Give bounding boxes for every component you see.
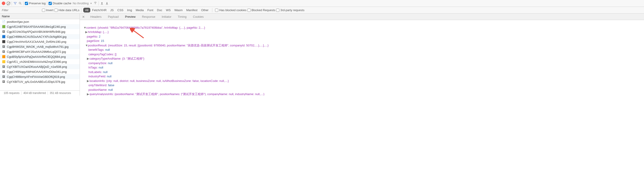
divider xyxy=(23,1,24,5)
filter-type-css[interactable]: CSS xyxy=(116,8,126,12)
request-name: CgpVE2ABT9SAXFl3AAAW18te1gE240.png xyxy=(7,25,66,28)
divider xyxy=(47,1,47,5)
filter-type-doc[interactable]: Doc xyxy=(155,8,164,12)
request-list: 📄positionAjax.json🟩CgpVE2ABT9SAXFl3AAAW1… xyxy=(0,19,80,90)
file-icon: 🟩 xyxy=(2,25,6,28)
file-icon: 🖼 xyxy=(2,75,6,79)
main-area: Name 📄positionAjax.json🟩CgpVE2ABT9SAXFl3… xyxy=(0,14,644,95)
record-button[interactable] xyxy=(2,1,5,5)
filter-type-img[interactable]: Img xyxy=(125,8,134,12)
has-blocked-cookies-checkbox[interactable]: Has blocked cookies xyxy=(215,8,246,12)
filter-type-wasm[interactable]: Wasm xyxy=(172,8,184,12)
filter-type-media[interactable]: Media xyxy=(134,8,146,12)
filter-input[interactable] xyxy=(0,8,41,12)
divider xyxy=(212,8,212,12)
clear-button[interactable] xyxy=(6,1,10,5)
request-name: CgqCHmAHvISAX1CkAAA6_Dvf0Hc190.png xyxy=(7,40,66,43)
disable-cache-input[interactable] xyxy=(48,2,52,5)
file-icon: 🖼 xyxy=(2,30,6,33)
disable-cache-label: Disable cache xyxy=(53,1,72,5)
status-bar: 105 requests 404 kB transferred 351 kB r… xyxy=(0,90,80,95)
request-row[interactable]: ⬛CgqCHmAHvISAX1CkAAA6_Dvf0Hc190.png xyxy=(0,39,80,44)
filter-type-fetch-xhr[interactable]: Fetch/XHR xyxy=(90,8,108,12)
filter-type-other[interactable]: Other xyxy=(199,8,210,12)
network-conditions-icon[interactable] xyxy=(94,1,97,5)
request-name: positionAjax.json xyxy=(7,20,29,23)
tab-payload[interactable]: Payload xyxy=(105,14,122,19)
preserve-log-input[interactable] xyxy=(25,2,28,5)
filter-type-all[interactable]: All xyxy=(83,8,90,12)
tab-headers[interactable]: Headers xyxy=(87,14,105,19)
third-party-checkbox[interactable]: 3rd-party requests xyxy=(276,8,304,12)
svg-point-0 xyxy=(19,2,21,4)
request-row[interactable]: 🖼CgqCHl9NqqyAWHdOAAAVKhvD0iw341.png xyxy=(0,69,80,74)
filter-type-manifest[interactable]: Manifest xyxy=(184,8,199,12)
request-row[interactable]: 🟨CgpVE1_ch26AEM8AAAAxNiZmyCE990.png xyxy=(0,59,80,64)
requests-column-header[interactable]: Name xyxy=(0,14,80,19)
status-requests: 105 requests xyxy=(2,91,22,95)
request-row[interactable]: 🖼Cgp9HWCBFsiAYJSoAAA29M6vLqQ072.jpg xyxy=(0,49,80,54)
preserve-log-checkbox[interactable]: Preserve log xyxy=(25,1,46,5)
file-icon: ⬛ xyxy=(2,40,6,43)
request-row[interactable]: 🖼CgqCHl86bmyAFmFtAAAeG60OflQ919.png xyxy=(0,74,80,79)
tab-preview[interactable]: Preview xyxy=(122,14,139,19)
disable-cache-checkbox[interactable]: Disable cache xyxy=(48,1,72,5)
resource-type-filters: AllFetch/XHRJSCSSImgMediaFontDocWSWasmMa… xyxy=(83,8,210,12)
status-resources: 351 kB resources xyxy=(48,91,73,95)
request-row[interactable]: 🖼Cgp9HWG54_WAOK_rAAB_mq5oMnA791.jpg xyxy=(0,44,80,49)
svg-rect-2 xyxy=(101,4,103,4)
filter-type-ws[interactable]: WS xyxy=(164,8,172,12)
request-row[interactable]: 🟧CgoB5ly5pVuAPqQwAAArReClEQQ684.png xyxy=(0,54,80,59)
filter-type-js[interactable]: JS xyxy=(108,8,116,12)
file-icon: 🖼 xyxy=(2,80,6,84)
invert-checkbox[interactable]: Invert xyxy=(42,8,54,12)
download-icon[interactable] xyxy=(105,1,109,5)
request-name: Cgp9HWG54_WAOK_rAAB_mq5oMnA791.jpg xyxy=(7,45,68,48)
file-icon: 🖼 xyxy=(2,50,6,53)
request-name: CgYXBlTUV_qALGv0AABEuOJDipU378.jpg xyxy=(7,80,65,84)
close-icon[interactable]: ✕ xyxy=(80,15,87,19)
request-name: CgYXBlTUXOaADKooAABjQoD_n1w508.png xyxy=(7,65,67,69)
tab-timing[interactable]: Timing xyxy=(175,14,190,19)
tab-response[interactable]: Response xyxy=(139,14,158,19)
requests-pane: Name 📄positionAjax.json🟩CgpVE2ABT9SAXFl3… xyxy=(0,14,80,95)
request-name: CgqCHl9NqqyAWHdOAAAVKhvD0iw341.png xyxy=(7,70,66,74)
search-icon[interactable] xyxy=(18,1,22,5)
request-row[interactable]: 🖼CgYXBlTUXOaADKooAABjQoD_n1w508.png xyxy=(0,64,80,69)
detail-pane: ✕ HeadersPayloadPreviewResponseInitiator… xyxy=(80,14,644,95)
svg-point-1 xyxy=(95,4,95,4)
file-icon: 🖼 xyxy=(2,65,6,69)
upload-icon[interactable] xyxy=(100,1,104,5)
file-icon: 🟨 xyxy=(2,60,6,64)
tab-initiator[interactable]: Initiator xyxy=(158,14,175,19)
filter-icon[interactable] xyxy=(13,1,17,5)
divider xyxy=(81,8,82,12)
request-name: Cgp3O1hk3SqAPQaIAABIUkWrWRc948.jpg xyxy=(7,30,65,33)
file-icon: 🖼 xyxy=(2,70,6,74)
throttling-select[interactable]: No throttling xyxy=(73,1,89,5)
file-icon: 🟦 xyxy=(2,35,6,38)
request-name: CgqCHl86bmyAFmFtAAAeG60OflQ919.png xyxy=(7,75,65,79)
tab-cookies[interactable]: Cookies xyxy=(190,14,207,19)
divider xyxy=(98,1,99,5)
filter-bar: Invert Hide data URLs AllFetch/XHRJSCSSI… xyxy=(0,7,644,14)
request-name: CgqCHl9McACAU5GsAACYXFc3cNg804.jpg xyxy=(7,35,66,38)
hide-data-urls-checkbox[interactable]: Hide data URLs xyxy=(54,8,80,12)
filter-type-font[interactable]: Font xyxy=(146,8,155,12)
file-icon: 🟧 xyxy=(2,55,6,59)
request-row[interactable]: 📄positionAjax.json xyxy=(0,19,80,24)
preview-content[interactable]: ▼content: {showId: "6ffd2a764706438996c7… xyxy=(80,20,644,95)
preserve-log-label: Preserve log xyxy=(29,1,46,5)
request-row[interactable]: 🟩CgpVE2ABT9SAXFl3AAAW18te1gE240.png xyxy=(0,24,80,29)
chevron-down-icon: ▼ xyxy=(90,2,92,4)
blocked-requests-checkbox[interactable]: Blocked Requests xyxy=(248,8,276,12)
file-icon: 📄 xyxy=(2,20,6,23)
request-row[interactable]: 🟦CgqCHl9McACAU5GsAACYXFc3cNg804.jpg xyxy=(0,34,80,39)
request-row[interactable]: 🖼Cgp3O1hk3SqAPQaIAABIUkWrWRc948.jpg xyxy=(0,29,80,34)
request-name: CgoB5ly5pVuAPqQwAAArReClEQQ684.png xyxy=(7,55,66,59)
detail-tabs: ✕ HeadersPayloadPreviewResponseInitiator… xyxy=(80,14,644,20)
request-name: Cgp9HWCBFsiAYJSoAAA29M6vLqQ072.jpg xyxy=(7,50,66,53)
status-transferred: 404 kB transferred xyxy=(22,91,48,95)
request-row[interactable]: 🖼CgYXBlTUV_qALGv0AABEuOJDipU378.jpg xyxy=(0,79,80,84)
network-toolbar: Preserve log Disable cache No throttling… xyxy=(0,0,644,7)
